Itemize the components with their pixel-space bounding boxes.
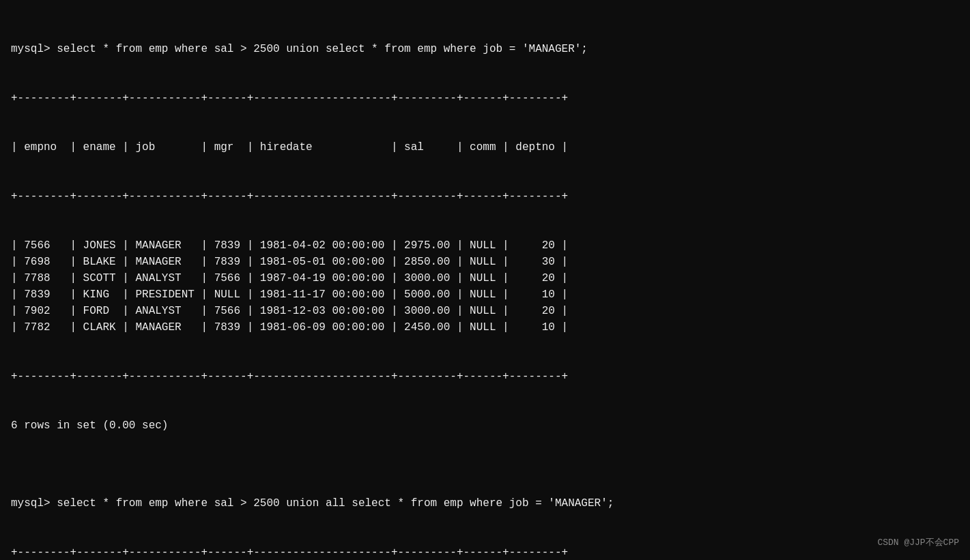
- table-row: | 7782 | CLARK | MANAGER | 7839 | 1981-0…: [11, 319, 959, 336]
- table-row: | 7902 | FORD | ANALYST | 7566 | 1981-12…: [11, 303, 959, 319]
- terminal-output2: mysql> select * from emp where sal > 250…: [11, 462, 959, 560]
- query1-sep-mid: +--------+-------+-----------+------+---…: [11, 188, 959, 205]
- table-row: | 7698 | BLAKE | MANAGER | 7839 | 1981-0…: [11, 254, 959, 270]
- query2-sep-top: +--------+-------+-----------+------+---…: [11, 544, 959, 560]
- query1-sep-top: +--------+-------+-----------+------+---…: [11, 90, 959, 106]
- query1-header: | empno | ename | job | mgr | hiredate |…: [11, 139, 959, 156]
- query2-prompt: mysql> select * from emp where sal > 250…: [11, 495, 959, 512]
- terminal-output: mysql> select * from emp where sal > 250…: [11, 8, 959, 450]
- query1-rows: | 7566 | JONES | MANAGER | 7839 | 1981-0…: [11, 237, 959, 336]
- query1-rowcount: 6 rows in set (0.00 sec): [11, 417, 959, 434]
- query1-prompt: mysql> select * from emp where sal > 250…: [11, 41, 959, 57]
- table-row: | 7788 | SCOTT | ANALYST | 7566 | 1987-0…: [11, 270, 959, 286]
- query1-sep-bot: +--------+-------+-----------+------+---…: [11, 368, 959, 385]
- table-row: | 7839 | KING | PRESIDENT | NULL | 1981-…: [11, 286, 959, 303]
- table-row: | 7566 | JONES | MANAGER | 7839 | 1981-0…: [11, 237, 959, 254]
- watermark-text: CSDN @JJP不会CPP: [877, 536, 959, 550]
